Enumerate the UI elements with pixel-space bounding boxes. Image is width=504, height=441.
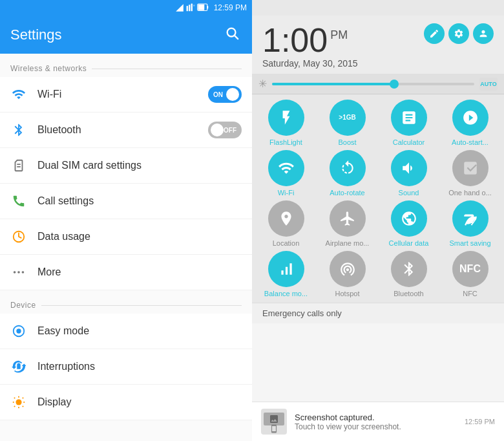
settings-item-display[interactable]: Display (0, 385, 252, 420)
bluetooth2-label: Bluetooth (394, 290, 423, 297)
boost-label: Boost (338, 138, 356, 146)
settings-item-dual-sim[interactable]: Dual SIM card settings (0, 148, 252, 184)
notif-title: Screenshot captured. (295, 413, 457, 422)
settings-item-interruptions[interactable]: Interruptions (0, 349, 252, 385)
hotspot-circle (330, 251, 366, 287)
balance-label: Balance mo... (264, 290, 308, 297)
interruptions-icon (10, 358, 27, 375)
quick-btn-smartsaving[interactable]: Smart saving (441, 200, 499, 247)
calculator-label: Calculator (393, 138, 425, 146)
sound-label: Sound (399, 189, 419, 197)
sim-icon (10, 157, 27, 174)
bluetooth2-circle (391, 251, 427, 287)
smartsaving-label: Smart saving (449, 239, 490, 247)
notif-status-bar (252, 0, 504, 16)
section-device: Device (0, 290, 252, 314)
edit-icon-btn[interactable] (424, 23, 445, 44)
quick-btn-autostart[interactable]: Auto-start... (441, 100, 499, 146)
bluetooth-toggle[interactable]: OFF (208, 122, 242, 138)
svg-line-8 (235, 36, 238, 39)
autostart-label: Auto-start... (452, 138, 488, 146)
user-icon-btn[interactable] (473, 23, 494, 44)
call-icon (10, 193, 27, 210)
settings-item-data-usage[interactable]: Data usage (0, 219, 252, 255)
boost-circle: >1GB (330, 100, 366, 136)
data-usage-label: Data usage (37, 231, 242, 242)
flashlight-label: FlashLight (269, 138, 302, 146)
svg-rect-3 (193, 5, 194, 6)
status-bar-left: 12:59 PM (0, 0, 252, 16)
airplane-circle (330, 200, 366, 237)
quick-btn-bluetooth2[interactable]: Bluetooth (380, 251, 437, 297)
settings-item-wifi[interactable]: Wi-Fi ON (0, 77, 252, 113)
quick-btn-location[interactable]: Location (257, 200, 315, 247)
flashlight-circle (268, 100, 304, 136)
date-text: Saturday, May 30, 2015 (262, 58, 494, 69)
quick-btn-nfc[interactable]: NFC NFC (441, 251, 499, 297)
svg-point-15 (16, 399, 21, 405)
brightness-track[interactable] (272, 83, 474, 85)
settings-item-call[interactable]: Call settings (0, 184, 252, 219)
settings-item-easy-mode[interactable]: Easy mode (0, 314, 252, 349)
data-usage-icon (10, 228, 27, 245)
quick-btn-sound[interactable]: Sound (380, 150, 437, 197)
notif-content: Screenshot captured. Touch to view your … (295, 413, 457, 431)
status-time: 12:59 PM (214, 3, 247, 12)
svg-point-12 (22, 271, 25, 274)
quick-btn-balance[interactable]: Balance mo... (257, 251, 315, 297)
brightness-auto-btn[interactable]: AUTO (479, 78, 498, 91)
wifi2-label: Wi-Fi (278, 189, 295, 197)
svg-point-11 (17, 271, 20, 274)
quick-btn-cellular[interactable]: Cellular data (380, 200, 437, 247)
clock-ampm: PM (330, 28, 348, 42)
brightness-min-icon: ✳ (258, 78, 267, 90)
more-icon (10, 264, 27, 281)
easy-mode-label: Easy mode (37, 325, 242, 337)
svg-line-23 (23, 398, 23, 398)
dual-sim-label: Dual SIM card settings (37, 160, 242, 171)
settings-item-bluetooth[interactable]: Bluetooth OFF (0, 113, 252, 148)
onehand-label: One hand o... (448, 189, 492, 197)
quick-btn-flashlight[interactable]: FlashLight (257, 100, 315, 146)
quick-btn-airplane[interactable]: Airplane mo... (319, 200, 376, 247)
notif-icon (261, 409, 287, 435)
clock-time: 1:00 (262, 23, 328, 57)
interruptions-label: Interruptions (37, 361, 242, 372)
svg-rect-5 (207, 6, 208, 9)
wifi-toggle[interactable]: ON (208, 86, 242, 103)
settings-header: Settings (0, 16, 252, 54)
airplane-label: Airplane mo... (326, 239, 370, 247)
quick-btn-autorotate[interactable]: Auto-rotate (319, 150, 376, 197)
search-button[interactable] (222, 23, 242, 46)
settings-content: Wireless & networks Wi-Fi ON Bluetooth O… (0, 54, 252, 441)
quick-btn-wifi[interactable]: Wi-Fi (257, 150, 315, 197)
wifi-label: Wi-Fi (37, 89, 198, 100)
brightness-bar[interactable]: ✳ AUTO (252, 74, 504, 94)
svg-point-14 (16, 328, 21, 333)
nfc-circle: NFC (452, 251, 488, 287)
onehand-circle (452, 150, 488, 186)
brightness-thumb (390, 80, 399, 89)
section-wireless: Wireless & networks (0, 54, 252, 77)
settings-icon-btn[interactable] (448, 23, 469, 44)
svg-rect-0 (186, 6, 187, 11)
quick-btn-hotspot[interactable]: Hotspot (319, 251, 376, 297)
quick-btn-onehand[interactable]: One hand o... (441, 150, 499, 197)
hotspot-label: Hotspot (335, 290, 360, 297)
svg-line-21 (23, 406, 23, 407)
settings-item-more[interactable]: More (0, 255, 252, 290)
quick-btn-calculator[interactable]: Calculator (380, 100, 437, 146)
svg-rect-6 (198, 5, 204, 10)
bluetooth-icon (10, 122, 27, 138)
brightness-fill (272, 83, 394, 85)
quick-btn-boost[interactable]: >1GB Boost (319, 100, 376, 146)
clock-icons (424, 23, 494, 44)
cellular-label: Cellular data (389, 239, 429, 247)
easy-mode-icon (10, 323, 27, 339)
more-label: More (37, 266, 242, 278)
calculator-circle (391, 100, 427, 136)
screenshot-notification[interactable]: Screenshot captured. Touch to view your … (252, 402, 504, 441)
status-icons (175, 3, 209, 12)
display-icon (10, 394, 27, 411)
settings-title: Settings (10, 27, 62, 43)
